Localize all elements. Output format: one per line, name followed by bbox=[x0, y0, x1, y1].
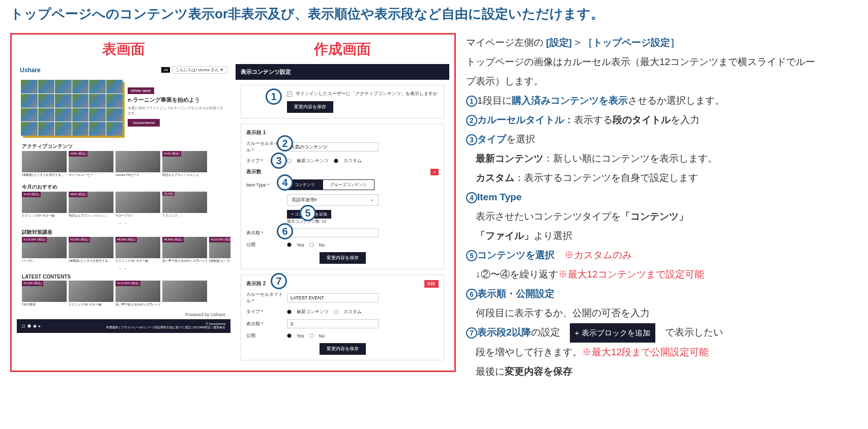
hero-text: White label e-ラーニング事業を始めよう 今度に自社ブランドとしてe… bbox=[128, 80, 226, 136]
content-card: ギタープラン bbox=[115, 192, 160, 218]
chevron-down-icon: ⌄ bbox=[370, 197, 374, 203]
annotation-5: 5 bbox=[300, 205, 316, 221]
form-panel: 作成画面 表示コンテンツ設定 1 ✓ サインインしたユーザーに「アクティブコンテ… bbox=[236, 40, 449, 365]
user-area: JA こんにちは! stores さん ▼ bbox=[161, 66, 227, 74]
type-label: タイプ * bbox=[246, 309, 287, 315]
annotation-3: 3 bbox=[271, 152, 287, 169]
content-select[interactable]: 英語耳速増#⌄ bbox=[287, 194, 379, 206]
carousel-title-label: カルーセルタイトル * bbox=[246, 291, 287, 304]
screenshot-panels: 表画面 Ushare JA こんにちは! stores さん ▼ White l… bbox=[10, 33, 456, 372]
content-card: ¥330 (税込)サンプルムービー bbox=[69, 151, 113, 177]
content-card: ¥3,300 (税込)TEST講座 bbox=[22, 281, 67, 307]
hero-desc: 今度に自社ブランドとしてe-ラーニングビジネスが実現できます。 bbox=[128, 106, 226, 116]
add-block-button: + 表示ブロックを追加 bbox=[570, 323, 655, 343]
radio-yes[interactable] bbox=[287, 242, 292, 247]
card-row: ¥110 (税込)テクニック25! ギター編¥825 (税込)英語なんでコンシェ… bbox=[17, 192, 230, 221]
content-card: ¥8,800 (税込)良い声で使えるDVD | 入門パック1... bbox=[162, 237, 207, 263]
section-label: LATEST CONTENTS bbox=[17, 271, 230, 281]
active-checkbox[interactable]: ✓ bbox=[287, 91, 292, 97]
radio-yes[interactable] bbox=[287, 333, 292, 338]
hero-button: Ucommerce bbox=[128, 119, 160, 127]
card-row: ¥110,000 (税込)バッグ1...¥3,300 (税込)[体験版] ビジネ… bbox=[17, 237, 230, 266]
save-button[interactable]: 変更内容を保存 bbox=[287, 101, 333, 113]
display-topbar: Ushare JA こんにちは! stores さん ▼ bbox=[17, 64, 230, 76]
content-card: ¥8,800 (税込)テクニック25! ギター編 bbox=[115, 237, 160, 263]
carousel-title-input[interactable] bbox=[287, 142, 379, 151]
content-card: ¥110 (税込)テクニック25! ギター編 bbox=[22, 192, 67, 218]
hero: White label e-ラーニング事業を始めよう 今度に自社ブランドとしてe… bbox=[17, 76, 230, 140]
hero-tag: White label bbox=[128, 87, 154, 94]
delete-button[interactable]: 削除 bbox=[424, 280, 439, 288]
content-card: ¥3,300テクニック... bbox=[162, 192, 207, 218]
display-panel-title: 表画面 bbox=[17, 40, 230, 59]
radio-custom[interactable] bbox=[334, 310, 338, 314]
annotation-1: 1 bbox=[266, 88, 282, 105]
display-panel: 表画面 Ushare JA こんにちは! stores さん ▼ White l… bbox=[17, 40, 230, 365]
save-button[interactable]: 変更内容を保存 bbox=[320, 343, 366, 355]
content-card: テクニック25! ギター編 bbox=[69, 281, 113, 307]
radio-no[interactable] bbox=[309, 333, 314, 338]
section-label: 試験対策講座 bbox=[17, 226, 230, 237]
footer: ◻⬢◉▸ © Ucommerce 利用規約 | プライバシーポリシー | 特定商… bbox=[17, 319, 230, 333]
form-header: 表示コンテンツ設定 bbox=[236, 64, 449, 80]
annotation-7: 7 bbox=[271, 273, 287, 289]
user-greeting: こんにちは! stores さん ▼ bbox=[172, 66, 227, 74]
content-card: [体験版] ビジネスを発生する... bbox=[22, 151, 67, 177]
display-count-label: 表示数 bbox=[246, 168, 439, 175]
section-label: 今月のおすすめ bbox=[17, 180, 230, 192]
active-content-box: 1 ✓ サインインしたユーザーに「アクティブコンテンツ」を表示しますか 変更内容… bbox=[241, 85, 444, 118]
footer-links: © Ucommerce 利用規約 | プライバシーポリシー | 特定商取引法に基… bbox=[106, 322, 225, 330]
carousel-title-input[interactable] bbox=[287, 293, 379, 302]
content-card bbox=[162, 281, 207, 307]
section-2-box: 7 表示段 2 削除 カルーセルタイトル * タイプ * 最新コンテンツ カスタ… bbox=[241, 274, 444, 360]
section-label: アクティブコンテンツ bbox=[17, 140, 230, 151]
content-card: Ushare PRビデオ bbox=[115, 151, 160, 177]
radio-latest[interactable] bbox=[287, 159, 292, 163]
hero-title: e-ラーニング事業を始めよう bbox=[128, 96, 226, 104]
logo: Ushare bbox=[20, 67, 41, 74]
order-input[interactable] bbox=[287, 228, 379, 237]
content-card: ¥110,000 (税込)バッグ1... bbox=[22, 237, 67, 263]
order-input[interactable] bbox=[287, 319, 379, 328]
section-1-box: 表示段 1 2 カルーセルタイトル * 3 タイプ * 最新コンテンツ カスタム… bbox=[241, 124, 444, 269]
form-panel-title: 作成画面 bbox=[236, 40, 449, 59]
instructions: マイページ左側の [設定] > ［トップページ設定］ トップページの画像はカルー… bbox=[466, 33, 822, 381]
page-title: トップページへのコンテンツ表示or非表示及び、表示順位や表示段など自由に設定いた… bbox=[10, 5, 858, 23]
public-label: 公開 bbox=[246, 241, 287, 248]
content-card: ¥110,000 (税込)[体験版] ビジネスを発生する... bbox=[209, 237, 230, 263]
card-row: ¥3,300 (税込)TEST講座テクニック25! ギター編¥110,000 (… bbox=[17, 281, 230, 310]
radio-latest[interactable] bbox=[287, 310, 292, 314]
x-button[interactable]: x bbox=[430, 169, 439, 175]
annotation-4: 4 bbox=[277, 174, 293, 191]
social-icons: ◻⬢◉▸ bbox=[22, 324, 43, 328]
annotation-6: 6 bbox=[277, 223, 293, 239]
save-button[interactable]: 変更内容を保存 bbox=[320, 252, 366, 264]
radio-no[interactable] bbox=[309, 242, 314, 247]
hero-image bbox=[21, 80, 123, 136]
powered-by: Powered by Ushare bbox=[17, 310, 230, 319]
card-row: [体験版] ビジネスを発生する...¥330 (税込)サンプルムービーUshar… bbox=[17, 151, 230, 180]
content-card: ¥825 (税込)英語なんでコンシェルジュ... bbox=[69, 192, 113, 218]
content-card: ¥110,000 (税込)良い声で使えるDVD | 入門パック1... bbox=[115, 281, 160, 307]
annotation-2: 2 bbox=[277, 135, 293, 151]
content-card: ¥3,300 (税込)[体験版] ビジネスを発生する... bbox=[69, 237, 113, 263]
checkbox-label: サインインしたユーザーに「アクティブコンテンツ」を表示しますか bbox=[296, 91, 438, 96]
section-1-title: 表示段 1 bbox=[246, 129, 439, 136]
public-label: 公開 bbox=[246, 332, 287, 339]
radio-custom[interactable] bbox=[334, 159, 338, 163]
content-card: ¥110 (税込)英語なんでコンシェルジュ bbox=[162, 151, 207, 177]
lang-tag: JA bbox=[161, 67, 170, 73]
order-label: 表示順 * bbox=[246, 321, 287, 327]
item-type-toggle[interactable]: コンテンツ グループコンテンツ bbox=[287, 179, 374, 190]
